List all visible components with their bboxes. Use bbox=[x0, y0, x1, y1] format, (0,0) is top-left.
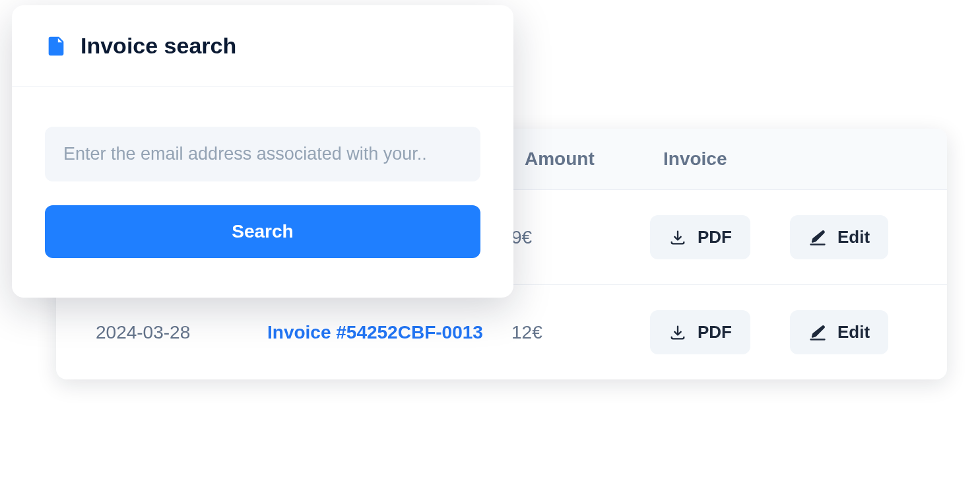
pdf-button[interactable]: PDF bbox=[650, 310, 750, 354]
header-invoice: Invoice bbox=[663, 148, 727, 170]
edit-icon bbox=[808, 323, 827, 342]
header-amount: Amount bbox=[525, 148, 663, 170]
cell-amount: 9€ bbox=[511, 227, 650, 248]
search-header: Invoice search bbox=[12, 5, 513, 87]
invoice-icon bbox=[45, 35, 67, 57]
edit-label: Edit bbox=[837, 227, 870, 247]
edit-icon bbox=[808, 228, 827, 247]
pdf-label: PDF bbox=[698, 227, 732, 247]
invoice-link[interactable]: Invoice #54252CBF-0013 bbox=[267, 322, 511, 343]
download-icon bbox=[669, 323, 687, 342]
search-body: Search bbox=[12, 87, 513, 298]
pdf-button[interactable]: PDF bbox=[650, 215, 750, 259]
pdf-label: PDF bbox=[698, 322, 732, 342]
cell-amount: 12€ bbox=[511, 322, 650, 343]
email-input[interactable] bbox=[45, 127, 480, 181]
table-row: 2024-03-28 Invoice #54252CBF-0013 12€ PD… bbox=[56, 285, 947, 379]
cell-date: 2024-03-28 bbox=[82, 322, 267, 343]
edit-button[interactable]: Edit bbox=[790, 215, 888, 259]
edit-button[interactable]: Edit bbox=[790, 310, 888, 354]
cell-actions: PDF Edit bbox=[650, 310, 888, 354]
cell-actions: PDF Edit bbox=[650, 215, 888, 259]
download-icon bbox=[669, 228, 687, 247]
search-card: Invoice search Search bbox=[12, 5, 513, 298]
search-button[interactable]: Search bbox=[45, 205, 480, 258]
edit-label: Edit bbox=[837, 322, 870, 342]
search-title: Invoice search bbox=[81, 33, 236, 59]
